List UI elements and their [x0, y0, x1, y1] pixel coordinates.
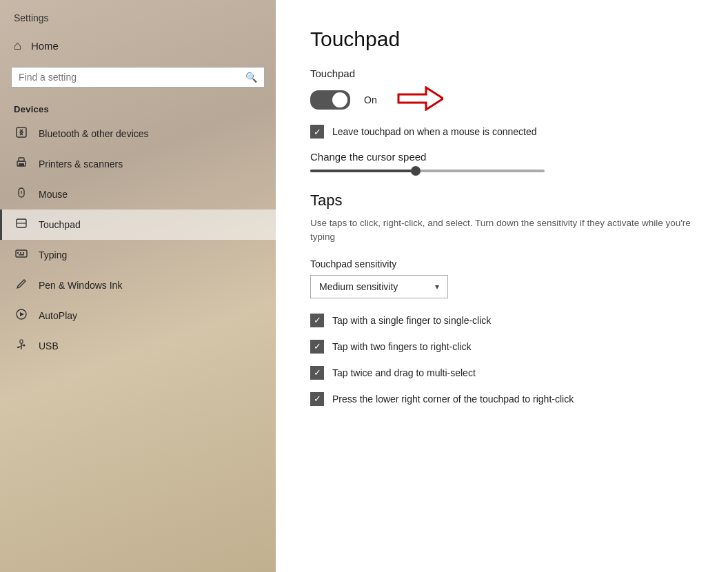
double-tap-drag-row[interactable]: ✓ Tap twice and drag to multi-select [310, 366, 694, 380]
single-tap-checkbox[interactable]: ✓ [310, 314, 324, 327]
two-finger-checkbox[interactable]: ✓ [310, 340, 324, 354]
slider-fill [310, 170, 416, 172]
checkmark-icon: ✓ [314, 342, 321, 351]
touchpad-section-label: Touchpad [310, 68, 694, 79]
touchpad-toggle[interactable] [310, 90, 350, 110]
taps-section: Taps Use taps to click, right-click, and… [310, 192, 694, 406]
touchpad-label: Touchpad [39, 219, 81, 230]
bluetooth-label: Bluetooth & other devices [39, 128, 149, 139]
svg-rect-15 [20, 340, 23, 343]
search-icon: 🔍 [245, 72, 257, 83]
touchpad-icon [14, 217, 29, 232]
checkmark-icon: ✓ [314, 127, 321, 136]
lower-right-corner-checkbox[interactable]: ✓ [310, 392, 324, 406]
svg-point-20 [23, 345, 26, 347]
taps-title: Taps [310, 192, 694, 210]
sidebar-section-label: Devices [0, 99, 276, 119]
typing-label: Typing [39, 249, 67, 261]
red-arrow-annotation [395, 86, 443, 114]
usb-label: USB [39, 340, 59, 351]
sidebar-item-usb[interactable]: USB [0, 331, 276, 361]
svg-rect-10 [20, 252, 21, 254]
svg-marker-14 [20, 312, 24, 316]
svg-rect-0 [17, 127, 26, 137]
toggle-knob [332, 92, 347, 108]
typing-icon [14, 247, 29, 263]
app-title: Settings [0, 0, 276, 30]
svg-rect-3 [19, 163, 24, 166]
sidebar-item-touchpad[interactable]: Touchpad [0, 210, 276, 240]
printer-icon [14, 156, 29, 172]
double-tap-drag-checkbox[interactable]: ✓ [310, 366, 324, 380]
sidebar-item-typing[interactable]: Typing [0, 240, 276, 270]
pen-label: Pen & Windows Ink [39, 280, 122, 291]
sidebar-item-home[interactable]: ⌂ Home [0, 30, 276, 61]
leave-touchpad-label: Leave touchpad on when a mouse is connec… [332, 126, 537, 137]
pen-icon [14, 278, 29, 293]
single-tap-label: Tap with a single finger to single-click [332, 315, 491, 326]
two-finger-label: Tap with two fingers to right-click [332, 341, 472, 352]
cursor-speed-label: Change the cursor speed [310, 151, 694, 163]
sidebar-item-pen[interactable]: Pen & Windows Ink [0, 270, 276, 300]
mouse-icon [14, 187, 29, 202]
svg-rect-12 [19, 254, 24, 256]
mouse-label: Mouse [39, 189, 68, 200]
cursor-speed-slider[interactable] [310, 170, 545, 172]
sidebar-item-bluetooth[interactable]: Bluetooth & other devices [0, 119, 276, 149]
checkmark-icon: ✓ [314, 368, 321, 377]
usb-icon [14, 338, 29, 354]
home-icon: ⌂ [14, 39, 21, 53]
search-box[interactable]: 🔍 [11, 67, 265, 88]
svg-rect-9 [17, 252, 19, 254]
cursor-speed-section: Change the cursor speed [310, 151, 694, 172]
slider-thumb[interactable] [411, 166, 421, 176]
checkmark-icon: ✓ [314, 394, 321, 403]
toggle-on-label: On [364, 94, 377, 105]
sidebar-item-printers[interactable]: Printers & scanners [0, 149, 276, 179]
leave-touchpad-checkbox[interactable]: ✓ [310, 125, 324, 139]
autoplay-icon [14, 308, 29, 323]
svg-marker-21 [398, 88, 443, 110]
toggle-row: On [310, 86, 694, 114]
sensitivity-label: Touchpad sensitivity [310, 258, 694, 269]
sidebar-item-mouse[interactable]: Mouse [0, 179, 276, 210]
page-title: Touchpad [310, 28, 694, 51]
lower-right-corner-label: Press the lower right corner of the touc… [332, 394, 574, 405]
lower-right-corner-row[interactable]: ✓ Press the lower right corner of the to… [310, 392, 694, 406]
sensitivity-dropdown[interactable]: Medium sensitivity ▾ [310, 275, 448, 298]
sidebar: Settings ⌂ Home 🔍 Devices Bluetooth & ot… [0, 0, 276, 572]
sensitivity-value: Medium sensitivity [319, 281, 398, 292]
bluetooth-icon [14, 126, 29, 141]
single-tap-row[interactable]: ✓ Tap with a single finger to single-cli… [310, 314, 694, 327]
autoplay-label: AutoPlay [39, 310, 77, 321]
double-tap-drag-label: Tap twice and drag to multi-select [332, 367, 476, 378]
sidebar-item-autoplay[interactable]: AutoPlay [0, 300, 276, 331]
svg-rect-18 [17, 347, 19, 348]
chevron-down-icon: ▾ [435, 282, 439, 292]
checkmark-icon: ✓ [314, 316, 321, 325]
search-input[interactable] [19, 72, 245, 83]
svg-rect-11 [23, 252, 24, 254]
taps-description: Use taps to click, right-click, and sele… [310, 216, 694, 245]
two-finger-row[interactable]: ✓ Tap with two fingers to right-click [310, 340, 694, 354]
printers-label: Printers & scanners [39, 159, 123, 170]
leave-touchpad-row[interactable]: ✓ Leave touchpad on when a mouse is conn… [310, 125, 694, 139]
home-label: Home [31, 40, 59, 52]
main-content: Touchpad Touchpad On ✓ Leave touchpad on… [276, 0, 728, 572]
svg-rect-2 [19, 158, 24, 161]
